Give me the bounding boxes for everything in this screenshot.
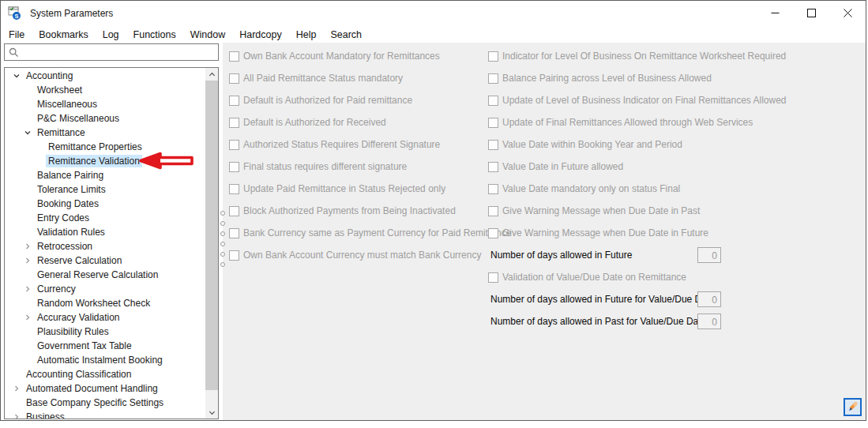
tree-indent-spacer bbox=[21, 339, 35, 353]
checkbox-update-paid-remittance-in-status-rejected-only[interactable] bbox=[229, 184, 239, 194]
tree-item-government-tax-table[interactable]: Government Tax Table bbox=[5, 339, 205, 353]
checkbox-give-warning-message-when-due-date-in-future[interactable] bbox=[488, 228, 498, 238]
checkbox-row: Value Date mandatory only on status Fina… bbox=[487, 178, 721, 200]
maximize-button[interactable] bbox=[793, 1, 829, 25]
checkbox-row: Value Date in Future allowed bbox=[487, 156, 721, 178]
menu-item-search[interactable]: Search bbox=[323, 28, 369, 42]
number-input-number-of-days-allowed-in-future[interactable]: 0 bbox=[697, 247, 721, 263]
app-icon: S bbox=[8, 6, 22, 21]
checkbox-row: Own Bank Account Currency must match Ban… bbox=[228, 244, 489, 266]
tree-item-tolerance-limits[interactable]: Tolerance Limits bbox=[5, 182, 205, 197]
menu-item-functions[interactable]: Functions bbox=[126, 28, 183, 42]
checkbox-authorized-status-requires-different-signature[interactable] bbox=[229, 140, 239, 150]
tree-item-booking-dates[interactable]: Booking Dates bbox=[5, 197, 205, 211]
checkbox-own-bank-account-currency-must-match-bank-currency[interactable] bbox=[229, 250, 239, 261]
checkbox-balance-pairing-across-level-of-business-allowed[interactable] bbox=[488, 73, 498, 84]
checkbox-label: All Paid Remittance Status mandatory bbox=[243, 73, 403, 84]
tree-item-currency[interactable]: Currency bbox=[5, 282, 205, 296]
chevron-right-icon[interactable] bbox=[21, 310, 35, 325]
menu-item-hardcopy[interactable]: Hardcopy bbox=[232, 28, 289, 42]
tree-item-label: Accounting Classification bbox=[24, 368, 133, 381]
tree-item-accounting[interactable]: Accounting bbox=[5, 69, 205, 83]
tree-item-label: Plausibility Rules bbox=[35, 325, 111, 338]
checkbox-value-date-within-booking-year-and-period[interactable] bbox=[488, 140, 498, 150]
chevron-down-icon[interactable] bbox=[21, 126, 35, 140]
checkbox-default-is-authorized-for-received[interactable] bbox=[229, 118, 239, 128]
tree-item-validation-rules[interactable]: Validation Rules bbox=[5, 225, 205, 239]
tree-item-plausibility-rules[interactable]: Plausibility Rules bbox=[5, 325, 205, 339]
menu-item-bookmarks[interactable]: Bookmarks bbox=[32, 28, 96, 42]
edit-button[interactable] bbox=[844, 398, 862, 416]
tree-item-label: Validation Rules bbox=[35, 226, 107, 238]
checkbox-final-status-requires-different-signature[interactable] bbox=[229, 162, 239, 172]
number-input-number-of-days-allowed-in-future-for-value-due-date[interactable]: 0 bbox=[697, 291, 721, 307]
chevron-right-icon[interactable] bbox=[9, 410, 24, 419]
tree-item-label: Base Company Specific Settings bbox=[24, 396, 166, 409]
checkbox-value-date-in-future-allowed[interactable] bbox=[488, 162, 498, 172]
tree-item-random-worksheet-check[interactable]: Random Worksheet Check bbox=[5, 296, 205, 310]
checkbox-all-paid-remittance-status-mandatory[interactable] bbox=[229, 73, 239, 84]
checkbox-indicator-for-level-of-business-on-remittance-worksheet-required[interactable] bbox=[488, 51, 498, 62]
scroll-up-button[interactable] bbox=[205, 68, 218, 81]
scrollbar-thumb[interactable] bbox=[205, 81, 218, 390]
tree-item-reserve-calculation[interactable]: Reserve Calculation bbox=[5, 253, 205, 268]
search-box bbox=[4, 43, 219, 61]
checkbox-validation-of-value-due-date-on-remittance[interactable] bbox=[488, 272, 498, 283]
checkbox-row: Update of Final Remittances Allowed thro… bbox=[487, 111, 721, 133]
minimize-button[interactable] bbox=[757, 1, 793, 25]
checkbox-update-of-final-remittances-allowed-through-web-services[interactable] bbox=[488, 118, 498, 128]
checkbox-value-date-mandatory-only-on-status-final[interactable] bbox=[488, 184, 498, 194]
tree-item-automatic-instalment-booking[interactable]: Automatic Instalment Booking bbox=[5, 353, 205, 367]
chevron-right-icon[interactable] bbox=[9, 381, 24, 396]
tree-item-automated-document-handling[interactable]: Automated Document Handling bbox=[5, 381, 205, 396]
menu-item-window[interactable]: Window bbox=[183, 28, 232, 42]
checkbox-own-bank-account-mandatory-for-remittances[interactable] bbox=[229, 51, 239, 62]
tree-indent-spacer bbox=[21, 111, 35, 126]
tree-item-worksheet[interactable]: Worksheet bbox=[5, 83, 205, 97]
chevron-right-icon[interactable] bbox=[21, 239, 35, 253]
close-button[interactable] bbox=[829, 1, 866, 25]
tree-item-miscellaneous[interactable]: Miscellaneous bbox=[5, 97, 205, 111]
checkbox-give-warning-message-when-due-date-in-past[interactable] bbox=[488, 206, 498, 216]
tree-item-retrocession[interactable]: Retrocession bbox=[5, 239, 205, 253]
tree-item-label: Business bbox=[24, 411, 67, 419]
tree-item-accuracy-validation[interactable]: Accuracy Validation bbox=[5, 310, 205, 325]
tree-item-label: Remittance bbox=[35, 126, 88, 139]
tree-item-general-reserve-calculation[interactable]: General Reserve Calculation bbox=[5, 268, 205, 282]
checkbox-label: Update of Final Remittances Allowed thro… bbox=[502, 117, 753, 128]
checkbox-row: Default is Authorized for Received bbox=[228, 111, 489, 133]
tree-scrollbar[interactable] bbox=[205, 68, 218, 419]
minimize-icon bbox=[771, 9, 780, 17]
checkbox-row: Block Authorized Payments from Being Ina… bbox=[228, 200, 489, 222]
checkbox-block-authorized-payments-from-being-inactivated[interactable] bbox=[229, 206, 239, 216]
tree-item-accounting-classification[interactable]: Accounting Classification bbox=[5, 367, 205, 381]
menu-item-file[interactable]: File bbox=[2, 28, 32, 42]
tree-item-label: Tolerance Limits bbox=[35, 183, 108, 196]
tree-item-remittance[interactable]: Remittance bbox=[5, 126, 205, 140]
tree-item-base-company-specific-settings[interactable]: Base Company Specific Settings bbox=[5, 396, 205, 410]
checkbox-bank-currency-same-as-payment-currency-for-paid-remittance[interactable] bbox=[229, 228, 239, 238]
chevron-up-icon bbox=[209, 71, 216, 78]
tree-item-entry-codes[interactable]: Entry Codes bbox=[5, 211, 205, 225]
menu-item-help[interactable]: Help bbox=[289, 28, 324, 42]
tree-item-business[interactable]: Business bbox=[5, 410, 205, 419]
scroll-down-button[interactable] bbox=[205, 406, 218, 419]
tree-item-p-c-miscellaneous[interactable]: P&C Miscellaneous bbox=[5, 111, 205, 126]
checkbox-default-is-authorized-for-paid-remittance[interactable] bbox=[229, 96, 239, 106]
chevron-right-icon[interactable] bbox=[21, 253, 35, 268]
splitter-grip[interactable] bbox=[220, 211, 226, 274]
tree-item-label: Automatic Instalment Booking bbox=[35, 354, 165, 366]
checkbox-row: Give Warning Message when Due Date in Pa… bbox=[487, 200, 721, 222]
number-input-number-of-days-allowed-in-past-for-value-due-date[interactable]: 0 bbox=[697, 313, 721, 329]
checkbox-label: Block Authorized Payments from Being Ina… bbox=[243, 205, 456, 216]
tree-view: AccountingWorksheetMiscellaneousP&C Misc… bbox=[5, 69, 205, 419]
checkbox-label: Update of Level of Business Indicator on… bbox=[502, 95, 787, 106]
menu-item-log[interactable]: Log bbox=[96, 28, 126, 42]
maximize-icon bbox=[807, 9, 816, 17]
checkbox-update-of-level-of-business-indicator-on-final-remittances-allowed[interactable] bbox=[488, 96, 498, 106]
search-input[interactable] bbox=[19, 45, 218, 59]
tree-item-balance-pairing[interactable]: Balance Pairing bbox=[5, 168, 205, 182]
chevron-right-icon[interactable] bbox=[21, 282, 35, 296]
checkbox-label: Give Warning Message when Due Date in Pa… bbox=[502, 205, 700, 216]
chevron-down-icon[interactable] bbox=[9, 69, 24, 83]
